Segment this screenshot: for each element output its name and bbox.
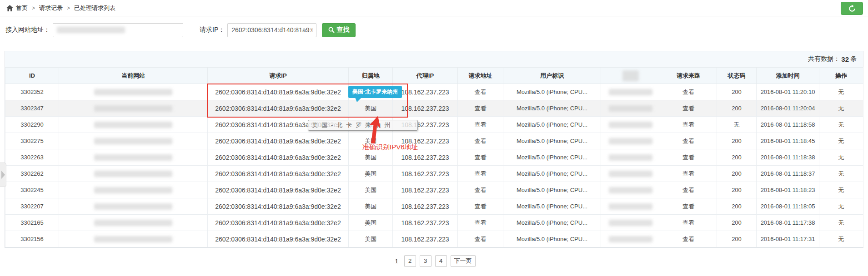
request-ip-label: 请求IP： <box>200 26 225 34</box>
cell-referer-view-link[interactable]: 查看 <box>660 149 717 166</box>
cell-added-time: 2016-08-01 11:17:38 <box>757 215 819 231</box>
cell-request-url-view-link[interactable]: 查看 <box>458 100 503 117</box>
col-status-code: 状态码 <box>717 68 757 84</box>
redacted-site-cell <box>94 220 172 226</box>
cell-request-url-view-link[interactable]: 查看 <box>458 84 503 100</box>
cell-request-url-view-link[interactable]: 查看 <box>458 133 503 149</box>
col-id: ID <box>5 68 59 84</box>
cell-proxy-ip: 108.162.237.223 <box>393 166 458 182</box>
redacted-site-cell <box>94 105 172 112</box>
cell-referer-view-link[interactable]: 查看 <box>660 117 717 133</box>
breadcrumb: 首页 > 请求记录 > 已处理请求列表 <box>0 0 868 16</box>
page-button-4[interactable]: 4 <box>435 255 447 267</box>
col-referer: 请求来路 <box>660 68 717 84</box>
cell-added-time: 2016-08-01 11:18:38 <box>757 149 819 166</box>
cell-status-code: 200 <box>717 182 757 198</box>
cell-request-ip: 2602:0306:8314:d140:81a9:6a3a:9d0e:32e2 <box>208 166 349 182</box>
cell-user-agent: Mozilla/5.0 (iPhone; CPU... <box>503 215 601 231</box>
cell-current-site <box>59 100 208 117</box>
cell-proxy-ip: 108.162.237.223 <box>393 215 458 231</box>
table-row[interactable]: 3302165 2602:0306:8314:d140:81a9:6a3a:9d… <box>5 215 863 231</box>
cell-current-site <box>59 84 208 100</box>
cell-request-url-view-link[interactable]: 查看 <box>458 231 503 247</box>
cell-request-ip: 2602:0306:8314:d140:81a9:6a3a:9d0e:32e2 <box>208 84 349 100</box>
cell-referer-view-link[interactable]: 查看 <box>660 166 717 182</box>
cell-request-url-view-link[interactable]: 查看 <box>458 215 503 231</box>
cell-id: 3302156 <box>5 231 59 247</box>
redacted-column-header <box>622 70 639 81</box>
cell-id: 3302245 <box>5 182 59 198</box>
col-request-ip: 请求IP <box>208 68 349 84</box>
breadcrumb-separator: > <box>32 5 35 11</box>
table-row[interactable]: 3302156 2602:0306:8314:d140:81a9:6a3a:9d… <box>5 231 863 247</box>
request-ip-input[interactable] <box>227 23 316 37</box>
redacted-site-cell <box>94 154 172 161</box>
cell-redacted <box>601 198 660 215</box>
cell-request-ip: 2602:0306:8314:d140:81a9:6a3a:9d0e:32e2 <box>208 182 349 198</box>
pagination: 1 2 3 4 下一页 <box>0 255 868 267</box>
redacted-site-cell <box>94 138 172 144</box>
next-page-button[interactable]: 下一页 <box>451 255 476 267</box>
cell-referer-view-link[interactable]: 查看 <box>660 215 717 231</box>
cell-user-agent: Mozilla/5.0 (iPhone; CPU... <box>503 117 601 133</box>
cell-referer-view-link[interactable]: 查看 <box>660 198 717 215</box>
sidebar-expand-toggle[interactable] <box>0 163 6 187</box>
redacted-cell <box>609 203 652 210</box>
redacted-cell <box>609 122 652 128</box>
page-current[interactable]: 1 <box>392 258 400 265</box>
redacted-site-cell <box>94 122 172 128</box>
cell-added-time: 2016-08-01 11:17:31 <box>757 231 819 247</box>
cell-referer-view-link[interactable]: 查看 <box>660 100 717 117</box>
cell-current-site <box>59 198 208 215</box>
cell-user-agent: Mozilla/5.0 (iPhone; CPU... <box>503 182 601 198</box>
cell-request-url-view-link[interactable]: 查看 <box>458 166 503 182</box>
site-address-input[interactable] <box>53 23 183 37</box>
cell-action: 无 <box>819 231 863 247</box>
cell-request-url-view-link[interactable]: 查看 <box>458 117 503 133</box>
refresh-button[interactable] <box>841 2 863 15</box>
cell-status-code: 200 <box>717 231 757 247</box>
cell-request-url-view-link[interactable]: 查看 <box>458 182 503 198</box>
cell-location: 美国 <box>349 182 393 198</box>
cell-request-url-view-link[interactable]: 查看 <box>458 149 503 166</box>
cell-request-ip: 2602:0306:8314:d140:81a9:6a3a:9d0e:32e2 <box>208 231 349 247</box>
redacted-cell <box>609 138 652 144</box>
page-button-2[interactable]: 2 <box>404 255 416 267</box>
table-row[interactable]: 3302262 2602:0306:8314:d140:81a9:6a3a:9d… <box>5 166 863 182</box>
table-row[interactable]: 3302263 2602:0306:8314:d140:81a9:6a3a:9d… <box>5 149 863 166</box>
cell-referer-view-link[interactable]: 查看 <box>660 133 717 149</box>
cell-redacted <box>601 182 660 198</box>
cell-status-code: 200 <box>717 149 757 166</box>
cell-referer-view-link[interactable]: 查看 <box>660 182 717 198</box>
search-bar: 接入网站地址： 请求IP： 查找 <box>0 23 868 37</box>
redacted-site-cell <box>94 236 172 242</box>
breadcrumb-home[interactable]: 首页 <box>16 4 28 12</box>
redacted-site-value <box>57 27 125 33</box>
table-row[interactable]: 3302245 2602:0306:8314:d140:81a9:6a3a:9d… <box>5 182 863 198</box>
cell-redacted <box>601 117 660 133</box>
refresh-icon <box>848 5 856 12</box>
cell-id: 3302263 <box>5 149 59 166</box>
table-row[interactable]: 3302347 2602:0306:8314:d140:81a9:6a3a:9d… <box>5 100 863 117</box>
redacted-cell <box>609 220 652 226</box>
cell-location: 美国 <box>349 100 393 117</box>
total-count: 32 <box>841 55 849 63</box>
cell-added-time: 2016-08-01 11:20:10 <box>757 84 819 100</box>
table-row[interactable]: 3302352 2602:0306:8314:d140:81a9:6a3a:9d… <box>5 84 863 100</box>
table-row[interactable]: 3302207 2602:0306:8314:d140:81a9:6a3a:9d… <box>5 198 863 215</box>
redacted-site-cell <box>94 203 172 210</box>
cell-request-url-view-link[interactable]: 查看 <box>458 198 503 215</box>
breadcrumb-request-log[interactable]: 请求记录 <box>39 4 63 12</box>
cell-redacted <box>601 149 660 166</box>
page-button-3[interactable]: 3 <box>420 255 431 267</box>
table-row[interactable]: 3302290 2602:0306:8314:d140:81a9:6a3a:9d… <box>5 117 863 133</box>
table-row[interactable]: 3302275 2602:0306:8314:d140:81a9:6a3a:9d… <box>5 133 863 149</box>
cell-referer-view-link[interactable]: 查看 <box>660 231 717 247</box>
cell-referer-view-link[interactable]: 查看 <box>660 84 717 100</box>
cell-action: 无 <box>819 84 863 100</box>
cell-added-time: 2016-08-01 11:18:37 <box>757 166 819 182</box>
search-icon <box>328 27 335 33</box>
breadcrumb-separator: > <box>67 5 70 11</box>
cell-id: 3302290 <box>5 117 59 133</box>
search-button[interactable]: 查找 <box>322 23 356 37</box>
